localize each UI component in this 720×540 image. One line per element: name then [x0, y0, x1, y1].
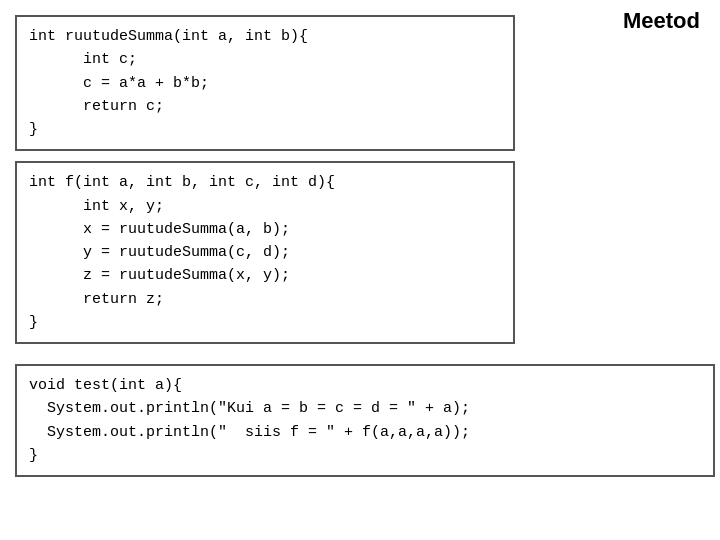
code-box-2: int f(int a, int b, int c, int d){ int x… [15, 161, 515, 344]
code-box-2-line-7: } [29, 311, 501, 334]
code-box-3-line-3: System.out.println(" siis f = " + f(a,a,… [29, 421, 701, 444]
code-box-2-line-5: z = ruutudeSumma(x, y); [29, 264, 501, 287]
header-label: Meetod [623, 8, 700, 34]
code-box-3: void test(int a){ System.out.println("Ku… [15, 364, 715, 477]
code-box-1-line-3: c = a*a + b*b; [29, 72, 501, 95]
code-box-3-line-4: } [29, 444, 701, 467]
code-box-2-line-3: x = ruutudeSumma(a, b); [29, 218, 501, 241]
code-box-1-line-5: } [29, 118, 501, 141]
code-box-1-line-4: return c; [29, 95, 501, 118]
top-boxes: int ruutudeSumma(int a, int b){ int c; c… [15, 15, 705, 354]
code-box-2-line-6: return z; [29, 288, 501, 311]
code-box-1: int ruutudeSumma(int a, int b){ int c; c… [15, 15, 515, 151]
code-box-1-line-2: int c; [29, 48, 501, 71]
code-box-3-line-1: void test(int a){ [29, 374, 701, 397]
bottom-section: void test(int a){ System.out.println("Ku… [15, 364, 705, 477]
page-container: Meetod int ruutudeSumma(int a, int b){ i… [0, 0, 720, 540]
code-box-2-line-1: int f(int a, int b, int c, int d){ [29, 171, 501, 194]
code-box-2-line-4: y = ruutudeSumma(c, d); [29, 241, 501, 264]
code-box-1-line-1: int ruutudeSumma(int a, int b){ [29, 25, 501, 48]
code-box-2-line-2: int x, y; [29, 195, 501, 218]
code-box-3-line-2: System.out.println("Kui a = b = c = d = … [29, 397, 701, 420]
